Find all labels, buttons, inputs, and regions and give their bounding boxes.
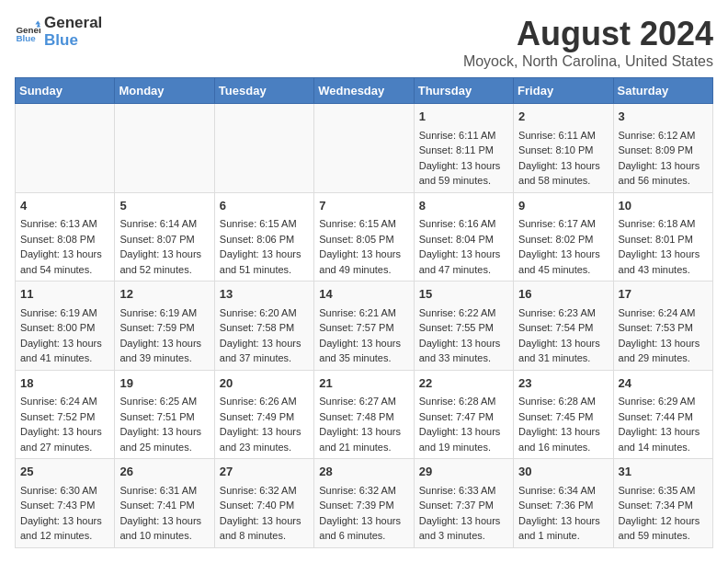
day-info: Daylight: 13 hours — [20, 424, 109, 440]
week-row-3: 18Sunrise: 6:24 AMSunset: 7:52 PMDayligh… — [16, 370, 713, 459]
calendar-cell: 26Sunrise: 6:31 AMSunset: 7:41 PMDayligh… — [115, 459, 214, 548]
day-info: Sunset: 8:08 PM — [20, 232, 109, 247]
day-info: Sunset: 7:55 PM — [419, 320, 508, 336]
calendar-cell — [314, 104, 414, 193]
day-info: Daylight: 13 hours — [119, 336, 209, 351]
day-info: Sunset: 8:09 PM — [619, 143, 708, 158]
day-number: 23 — [518, 374, 608, 393]
day-number: 25 — [20, 463, 109, 481]
day-info: Daylight: 13 hours — [518, 247, 608, 262]
day-info: and 3 minutes. — [419, 528, 508, 544]
calendar-cell: 2Sunrise: 6:11 AMSunset: 8:10 PMDaylight… — [514, 104, 613, 193]
header-day-sunday: Sunday — [16, 78, 115, 104]
day-info: Sunrise: 6:35 AM — [619, 483, 708, 499]
day-info: Sunset: 7:48 PM — [319, 409, 408, 425]
calendar-cell: 29Sunrise: 6:33 AMSunset: 7:37 PMDayligh… — [414, 459, 513, 548]
calendar-cell: 8Sunrise: 6:16 AMSunset: 8:04 PMDaylight… — [414, 192, 513, 282]
day-info: Sunrise: 6:33 AM — [419, 483, 508, 499]
calendar-cell — [16, 104, 115, 193]
day-info: Sunrise: 6:19 AM — [20, 305, 109, 321]
day-info: and 16 minutes. — [518, 440, 608, 455]
day-info: Daylight: 13 hours — [20, 247, 109, 262]
day-info: Sunrise: 6:28 AM — [419, 394, 508, 409]
day-info: Daylight: 13 hours — [119, 424, 209, 440]
day-info: Sunset: 7:40 PM — [220, 498, 309, 513]
calendar-header: SundayMondayTuesdayWednesdayThursdayFrid… — [16, 78, 713, 104]
day-info: Sunrise: 6:22 AM — [419, 305, 508, 321]
day-info: and 37 minutes. — [220, 350, 309, 366]
day-info: Daylight: 13 hours — [619, 336, 708, 351]
day-info: Daylight: 13 hours — [220, 336, 309, 351]
week-row-0: 1Sunrise: 6:11 AMSunset: 8:11 PMDaylight… — [16, 104, 713, 193]
day-info: and 6 minutes. — [319, 528, 408, 544]
day-info: Sunset: 7:39 PM — [319, 498, 408, 513]
day-info: and 51 minutes. — [220, 262, 309, 278]
day-info: Sunrise: 6:20 AM — [220, 305, 309, 321]
calendar-cell: 11Sunrise: 6:19 AMSunset: 8:00 PMDayligh… — [16, 282, 115, 371]
day-info: Daylight: 13 hours — [419, 513, 508, 529]
day-info: Sunset: 7:52 PM — [20, 409, 109, 425]
day-number: 15 — [419, 285, 508, 304]
calendar-cell: 31Sunrise: 6:35 AMSunset: 7:34 PMDayligh… — [613, 459, 712, 548]
day-info: Sunrise: 6:19 AM — [119, 305, 209, 321]
day-info: and 1 minute. — [518, 528, 608, 544]
day-number: 18 — [20, 374, 109, 393]
day-info: Daylight: 13 hours — [20, 513, 109, 529]
calendar-cell — [115, 104, 214, 193]
day-info: Daylight: 13 hours — [419, 158, 508, 174]
day-info: and 14 minutes. — [619, 440, 708, 455]
day-number: 2 — [518, 108, 608, 126]
day-info: Sunrise: 6:16 AM — [419, 216, 508, 232]
day-info: Sunrise: 6:34 AM — [518, 483, 608, 499]
day-info: Sunset: 7:49 PM — [220, 409, 309, 425]
calendar-cell: 6Sunrise: 6:15 AMSunset: 8:06 PMDaylight… — [214, 192, 313, 282]
day-info: Sunset: 8:10 PM — [518, 143, 608, 158]
day-info: and 56 minutes. — [619, 173, 708, 189]
svg-marker-2 — [35, 20, 40, 24]
day-info: Daylight: 13 hours — [220, 513, 309, 529]
calendar-cell: 24Sunrise: 6:29 AMSunset: 7:44 PMDayligh… — [613, 370, 712, 459]
calendar-cell: 3Sunrise: 6:12 AMSunset: 8:09 PMDaylight… — [613, 104, 712, 193]
calendar-body: 1Sunrise: 6:11 AMSunset: 8:11 PMDaylight… — [16, 104, 713, 548]
main-title: August 2024 — [463, 15, 713, 53]
calendar-table: SundayMondayTuesdayWednesdayThursdayFrid… — [15, 77, 713, 548]
calendar-cell: 10Sunrise: 6:18 AMSunset: 8:01 PMDayligh… — [613, 192, 712, 282]
day-info: Daylight: 13 hours — [119, 247, 209, 262]
day-number: 20 — [220, 374, 309, 393]
day-info: and 45 minutes. — [518, 262, 608, 278]
calendar-cell: 7Sunrise: 6:15 AMSunset: 8:05 PMDaylight… — [314, 192, 414, 282]
calendar-cell: 15Sunrise: 6:22 AMSunset: 7:55 PMDayligh… — [414, 282, 513, 371]
day-number: 10 — [619, 197, 708, 215]
day-number: 29 — [419, 463, 508, 481]
day-info: Sunrise: 6:12 AM — [619, 128, 708, 144]
calendar-cell: 18Sunrise: 6:24 AMSunset: 7:52 PMDayligh… — [16, 370, 115, 459]
calendar-cell: 5Sunrise: 6:14 AMSunset: 8:07 PMDaylight… — [115, 192, 214, 282]
day-info: and 43 minutes. — [619, 262, 708, 278]
day-number: 27 — [220, 463, 309, 481]
day-info: Daylight: 13 hours — [518, 513, 608, 529]
calendar-cell: 22Sunrise: 6:28 AMSunset: 7:47 PMDayligh… — [414, 370, 513, 459]
day-info: Sunset: 7:37 PM — [419, 498, 508, 513]
title-area: August 2024 Moyock, North Carolina, Unit… — [463, 15, 713, 70]
day-number: 3 — [619, 108, 708, 126]
day-info: Sunrise: 6:21 AM — [319, 305, 408, 321]
day-number: 9 — [518, 197, 608, 215]
day-info: Sunrise: 6:24 AM — [20, 394, 109, 409]
day-info: Sunset: 7:47 PM — [419, 409, 508, 425]
day-info: Daylight: 13 hours — [220, 424, 309, 440]
svg-text:Blue: Blue — [16, 32, 36, 42]
day-info: and 52 minutes. — [119, 262, 209, 278]
day-info: Sunset: 8:01 PM — [619, 232, 708, 247]
calendar-cell: 14Sunrise: 6:21 AMSunset: 7:57 PMDayligh… — [314, 282, 414, 371]
day-info: Daylight: 13 hours — [419, 247, 508, 262]
day-info: Sunrise: 6:28 AM — [518, 394, 608, 409]
day-number: 13 — [220, 285, 309, 304]
day-number: 12 — [119, 285, 209, 304]
day-info: Daylight: 13 hours — [619, 158, 708, 174]
day-info: and 21 minutes. — [319, 440, 408, 455]
day-info: Sunset: 7:45 PM — [518, 409, 608, 425]
subtitle: Moyock, North Carolina, United States — [463, 53, 713, 70]
day-info: Sunset: 8:06 PM — [220, 232, 309, 247]
day-info: and 47 minutes. — [419, 262, 508, 278]
calendar-cell: 4Sunrise: 6:13 AMSunset: 8:08 PMDaylight… — [16, 192, 115, 282]
